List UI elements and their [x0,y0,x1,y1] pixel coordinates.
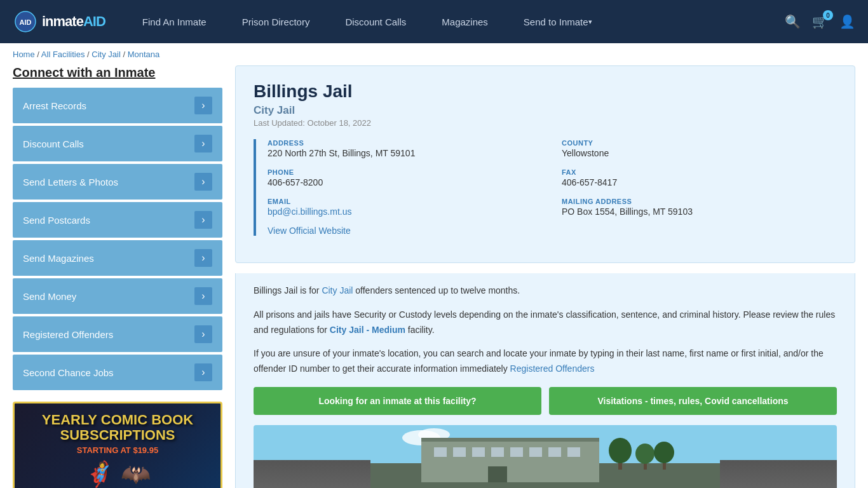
phone-label: PHONE [268,168,543,176]
svg-rect-16 [567,447,580,457]
breadcrumb-home[interactable]: Home [13,50,35,59]
phone-value: 406-657-8200 [268,177,543,187]
county-block: COUNTY Yellowstone [562,139,837,158]
svg-text:AID: AID [20,18,32,26]
city-jail-medium-link[interactable]: City Jail - Medium [330,325,405,335]
nav-magazines[interactable]: Magazines [424,0,506,43]
sidebar-label: Discount Calls [23,139,84,149]
main-content: Billings Jail City Jail Last Updated: Oc… [235,65,855,488]
desc-para-1: Billings Jail is for City Jail offenders… [254,283,837,299]
email-block: EMAIL bpd@ci.billings.mt.us [268,198,543,217]
arrow-icon: › [194,173,212,191]
sidebar: Connect with an Inmate Arrest Records › … [13,65,222,488]
sidebar-label: Send Money [23,291,76,302]
logo[interactable]: AID inmateAID [13,9,105,34]
facility-name: Billings Jail [254,81,837,102]
svg-rect-14 [529,447,542,457]
action-buttons: Looking for an inmate at this facility? … [254,387,837,415]
svg-rect-8 [421,438,599,442]
sidebar-menu: Arrest Records › Discount Calls › Send L… [13,88,222,390]
sidebar-item-send-money[interactable]: Send Money › [13,278,222,314]
sidebar-item-discount-calls[interactable]: Discount Calls › [13,126,222,161]
sidebar-label: Arrest Records [23,100,86,111]
sidebar-item-send-postcards[interactable]: Send Postcards › [13,202,222,238]
address-value: 220 North 27th St, Billings, MT 59101 [268,148,543,158]
svg-rect-7 [421,438,599,482]
header-actions: 🔍 🛒 0 👤 [785,14,855,29]
search-icon[interactable]: 🔍 [785,14,801,29]
building-svg [254,425,837,488]
logo-text-aid: AID [83,13,105,29]
description-area: Billings Jail is for City Jail offenders… [235,273,855,488]
superhero-icon: 🦸 [85,460,114,488]
arrow-icon: › [194,97,212,114]
last-updated: Last Updated: October 18, 2022 [254,118,837,128]
arrow-icon: › [194,287,212,305]
svg-rect-11 [472,447,485,457]
svg-point-19 [609,438,632,463]
sidebar-label: Registered Offenders [23,329,113,340]
breadcrumb-all-facilities[interactable]: All Facilities [41,50,85,59]
fax-label: FAX [562,168,837,176]
cart-badge: 0 [823,10,833,20]
svg-point-21 [635,444,654,464]
main-layout: Connect with an Inmate Arrest Records › … [0,65,868,488]
svg-point-23 [654,442,674,463]
arrow-icon: › [194,135,212,152]
svg-rect-12 [491,447,504,457]
city-jail-link-1[interactable]: City Jail [322,285,353,295]
email-value: bpd@ci.billings.mt.us [268,207,543,217]
official-website-link[interactable]: View Official Website [268,226,351,236]
site-header: AID inmateAID Find An Inmate Prison Dire… [0,0,868,43]
ad-banner[interactable]: YEARLY COMIC BOOKSUBSCRIPTIONS STARTING … [13,402,222,488]
breadcrumb-city-jail[interactable]: City Jail [92,50,121,59]
sidebar-title: Connect with an Inmate [13,65,222,80]
arrow-icon: › [194,363,212,381]
sidebar-label: Send Letters & Photos [23,177,118,187]
visitation-button[interactable]: Visitations - times, rules, Covid cancel… [549,387,837,415]
mailing-label: MAILING ADDRESS [562,198,837,205]
county-label: COUNTY [562,139,837,147]
address-label: ADDRESS [268,139,543,147]
sidebar-item-send-letters[interactable]: Send Letters & Photos › [13,164,222,200]
logo-text-inmate: inmate [42,13,83,29]
fax-value: 406-657-8417 [562,177,837,187]
nav-send-to-inmate[interactable]: Send to Inmate [506,0,610,43]
svg-rect-9 [434,447,447,457]
batman-icon: 🦇 [121,460,151,488]
sidebar-item-arrest-records[interactable]: Arrest Records › [13,88,222,123]
arrow-icon: › [194,211,212,229]
registered-offenders-link[interactable]: Registered Offenders [510,363,595,374]
breadcrumb-state[interactable]: Montana [128,50,160,59]
nav-prison-directory[interactable]: Prison Directory [224,0,328,43]
ad-title: YEARLY COMIC BOOKSUBSCRIPTIONS [42,412,193,443]
svg-rect-10 [453,447,466,457]
facility-image [254,425,837,488]
mailing-block: MAILING ADDRESS PO Box 1554, Billings, M… [562,198,837,217]
sidebar-item-send-magazines[interactable]: Send Magazines › [13,240,222,276]
address-block: ADDRESS 220 North 27th St, Billings, MT … [268,139,543,158]
desc-para-2: All prisons and jails have Security or C… [254,308,837,338]
ad-subtitle: STARTING AT $19.95 [77,445,158,455]
sidebar-label: Send Magazines [23,253,94,264]
nav-discount-calls[interactable]: Discount Calls [327,0,424,43]
nav-find-inmate[interactable]: Find An Inmate [125,0,224,43]
info-section: ADDRESS 220 North 27th St, Billings, MT … [254,139,837,236]
email-label: EMAIL [268,198,543,205]
official-link-area: View Official Website [268,226,837,236]
svg-rect-15 [548,447,561,457]
main-nav: Find An Inmate Prison Directory Discount… [125,0,785,43]
svg-rect-13 [510,447,523,457]
sidebar-item-registered-offenders[interactable]: Registered Offenders › [13,316,222,352]
sidebar-label: Second Chance Jobs [23,367,114,378]
find-inmate-button[interactable]: Looking for an inmate at this facility? [254,387,541,415]
facility-card: Billings Jail City Jail Last Updated: Oc… [235,65,855,263]
sidebar-item-second-chance-jobs[interactable]: Second Chance Jobs › [13,355,222,390]
arrow-icon: › [194,325,212,343]
phone-block: PHONE 406-657-8200 [268,168,543,187]
user-icon[interactable]: 👤 [839,14,855,29]
svg-rect-17 [488,466,507,482]
cart-icon[interactable]: 🛒 0 [812,14,828,29]
sidebar-label: Send Postcards [23,215,90,226]
logo-icon: AID [13,9,38,34]
